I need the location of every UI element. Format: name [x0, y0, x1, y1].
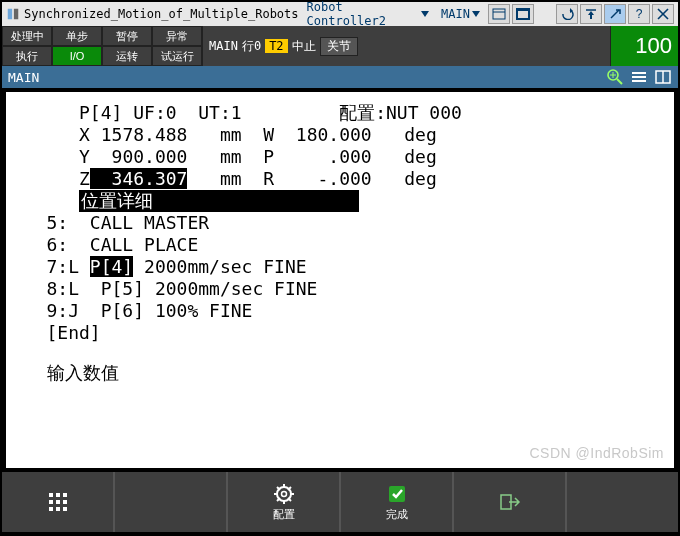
pos-y-row: Y 900.000 mm P .000 deg [14, 146, 666, 168]
program-listing[interactable]: P[4] UF:0 UT:1 配置:NUT 000 X 1578.488 mm … [6, 92, 674, 468]
code-line-8[interactable]: 8:L P[5] 2000mm/sec FINE [14, 278, 666, 300]
controller-label: Robot Controller2 [307, 0, 420, 28]
content-outer: P[4] UF:0 UT:1 配置:NUT 000 X 1578.488 mm … [2, 88, 678, 472]
bb-config-button[interactable]: 配置 [228, 472, 341, 532]
svg-rect-5 [518, 11, 528, 18]
bb-done-label: 完成 [386, 507, 408, 522]
bb-done-button[interactable]: 完成 [341, 472, 454, 532]
status-processing: 处理中 [2, 26, 52, 46]
status-prog: MAIN [209, 39, 238, 53]
app-icon [6, 7, 20, 21]
status-mode-badge: 关节 [320, 37, 358, 56]
layout-icon[interactable] [654, 68, 672, 86]
status-t2-badge: T2 [265, 39, 287, 53]
input-prompt: 输入数值 [14, 362, 666, 384]
status-cells: 处理中 单步 暂停 异常 执行 I/O 运转 试运行 [2, 26, 203, 66]
svg-point-28 [281, 491, 286, 496]
svg-rect-26 [63, 507, 67, 511]
program-label: MAIN [441, 7, 470, 21]
undo-button[interactable] [556, 4, 578, 24]
svg-rect-2 [493, 9, 505, 19]
status-step: 单步 [52, 26, 102, 46]
svg-rect-25 [56, 507, 60, 511]
controller-dropdown[interactable]: Robot Controller2 [303, 0, 434, 28]
svg-rect-24 [49, 507, 53, 511]
p4-selected[interactable]: P[4] [90, 256, 133, 277]
program-header: MAIN [2, 66, 678, 88]
pos-header: P[4] UF:0 UT:1 配置:NUT 000 [14, 102, 666, 124]
status-strip: 处理中 单步 暂停 异常 执行 I/O 运转 试运行 MAIN 行0 T2 中止… [2, 26, 678, 66]
program-name: MAIN [8, 70, 39, 85]
bb-config-label: 配置 [273, 507, 295, 522]
link-button[interactable] [604, 4, 626, 24]
app-frame: Synchronized_Motion_of_Multiple_Robots R… [0, 0, 680, 536]
svg-rect-23 [63, 500, 67, 504]
status-exec: 执行 [2, 46, 52, 66]
svg-rect-22 [56, 500, 60, 504]
title-bar: Synchronized_Motion_of_Multiple_Robots R… [2, 2, 678, 26]
svg-line-10 [617, 79, 622, 84]
status-center: MAIN 行0 T2 中止 关节 [203, 26, 610, 66]
title-app: Synchronized_Motion_of_Multiple_Robots [24, 7, 299, 21]
svg-rect-1 [14, 9, 18, 20]
help-button[interactable]: ? [628, 4, 650, 24]
pos-z-value-selected[interactable]: 346.307 [90, 168, 188, 189]
status-io: I/O [52, 46, 102, 66]
pos-x-row: X 1578.488 mm W 180.000 deg [14, 124, 666, 146]
bb-exit-button[interactable] [454, 472, 567, 532]
code-line-end: [End] [14, 322, 666, 344]
close-button[interactable] [652, 4, 674, 24]
chevron-down-icon [472, 11, 480, 17]
view-small-button[interactable] [488, 4, 510, 24]
zoom-icon[interactable] [606, 68, 624, 86]
check-icon [386, 483, 408, 505]
view-large-button[interactable] [512, 4, 534, 24]
svg-rect-19 [56, 493, 60, 497]
bb-apps-button[interactable] [2, 472, 115, 532]
svg-rect-21 [49, 500, 53, 504]
program-dropdown[interactable]: MAIN [437, 7, 484, 21]
menu-lines-icon[interactable] [630, 68, 648, 86]
watermark: CSDN @IndRobSim [529, 442, 664, 464]
top-button[interactable] [580, 4, 602, 24]
status-testrun: 试运行 [152, 46, 202, 66]
svg-rect-18 [49, 493, 53, 497]
pos-detail-title[interactable]: 位置详细 [79, 190, 359, 212]
bb-slot-6[interactable] [567, 472, 678, 532]
svg-rect-20 [63, 493, 67, 497]
gear-icon [273, 483, 295, 505]
code-line-7[interactable]: 7:L P[4] 2000mm/sec FINE [14, 256, 666, 278]
speed-value: 100 [635, 33, 672, 59]
code-line-9[interactable]: 9:J P[6] 100% FINE [14, 300, 666, 322]
speed-override[interactable]: 100 [610, 26, 678, 66]
bb-slot-2[interactable] [115, 472, 228, 532]
status-line: 行0 [242, 38, 261, 55]
status-run: 运转 [102, 46, 152, 66]
code-line-5[interactable]: 5: CALL MASTER [14, 212, 666, 234]
chevron-down-icon [421, 11, 429, 17]
exit-icon [499, 491, 521, 513]
pos-z-row: Z 346.307 mm R -.000 deg [14, 168, 666, 190]
title-tools: ? [488, 4, 674, 24]
code-line-6[interactable]: 6: CALL PLACE [14, 234, 666, 256]
grid-icon [47, 491, 69, 513]
status-state: 中止 [292, 38, 316, 55]
help-icon: ? [636, 7, 643, 21]
bottom-toolbar: 配置 完成 [2, 472, 678, 532]
status-pause: 暂停 [102, 26, 152, 46]
svg-rect-0 [8, 9, 12, 20]
status-error: 异常 [152, 26, 202, 46]
pos-detail-row: 位置详细 [14, 190, 666, 212]
